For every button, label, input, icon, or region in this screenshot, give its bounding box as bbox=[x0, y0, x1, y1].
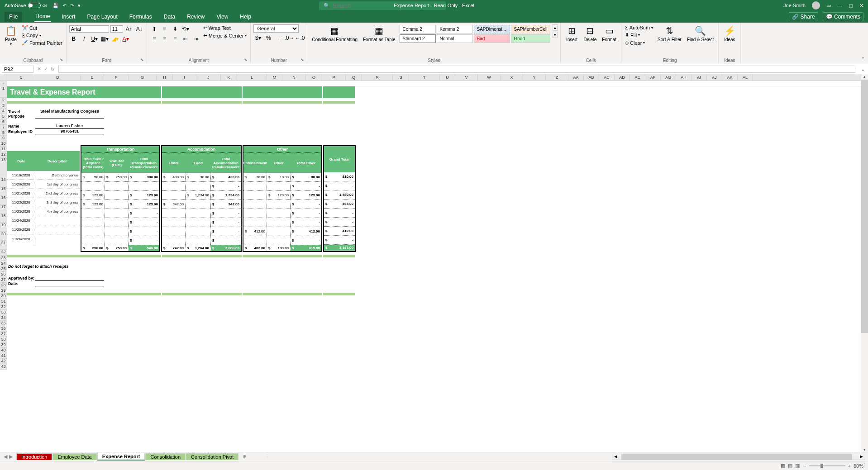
tab-help[interactable]: Help bbox=[239, 12, 252, 22]
column-header[interactable]: G bbox=[129, 74, 157, 81]
row-header[interactable]: 33 bbox=[0, 310, 7, 315]
column-header[interactable]: AB bbox=[584, 74, 599, 81]
column-header[interactable]: L bbox=[237, 74, 267, 81]
comments-button[interactable]: 💬 Comments bbox=[823, 12, 863, 21]
decrease-font-icon[interactable]: A↓ bbox=[135, 24, 144, 33]
minimize-icon[interactable]: — bbox=[837, 3, 842, 9]
chevron-down-icon[interactable]: ▾ bbox=[39, 33, 41, 38]
bold-button[interactable]: B bbox=[69, 34, 78, 43]
row-header[interactable]: 39 bbox=[0, 342, 7, 348]
row-header[interactable]: 36 bbox=[0, 326, 7, 332]
dialog-launcher-icon[interactable]: ⬊ bbox=[244, 57, 248, 62]
row-header[interactable]: 31 bbox=[0, 299, 7, 304]
column-header[interactable]: AD bbox=[615, 74, 630, 81]
scroll-down-icon[interactable]: ▾ bbox=[861, 447, 868, 452]
row-header[interactable]: 34 bbox=[0, 315, 7, 321]
cut-button[interactable]: ✂️Cut bbox=[21, 24, 63, 31]
select-all-button[interactable] bbox=[0, 74, 7, 81]
paste-button[interactable]: 📋Paste▾ bbox=[3, 24, 19, 47]
column-header[interactable]: AH bbox=[676, 74, 692, 81]
cell-style-good[interactable]: Good bbox=[511, 34, 551, 43]
row-header[interactable]: 43 bbox=[0, 364, 7, 370]
zoom-in-icon[interactable]: + bbox=[848, 463, 851, 469]
row-header[interactable]: 6 bbox=[0, 119, 7, 125]
close-icon[interactable]: ✕ bbox=[859, 3, 863, 9]
maximize-icon[interactable]: ▢ bbox=[849, 3, 853, 9]
row-header[interactable]: 30 bbox=[0, 294, 7, 299]
spreadsheet-grid[interactable]: CDEFGHIJKLMNOPQRSTUVWXYZAAABACADAEAFAGAH… bbox=[7, 74, 868, 452]
chevron-down-icon[interactable]: ▾ bbox=[10, 42, 12, 46]
find-select-button[interactable]: 🔍Find & Select bbox=[685, 24, 715, 43]
undo-icon[interactable]: ↶ bbox=[62, 3, 67, 9]
insert-cells-button[interactable]: ⊞Insert bbox=[563, 24, 580, 43]
row-header[interactable]: 4 bbox=[0, 109, 7, 114]
row-header[interactable]: 21 bbox=[0, 241, 7, 250]
row-header[interactable]: 35 bbox=[0, 321, 7, 326]
row-header[interactable]: 13 bbox=[0, 157, 7, 177]
cancel-formula-icon[interactable]: ✕ bbox=[37, 66, 41, 72]
align-middle-icon[interactable]: ≡ bbox=[160, 24, 169, 33]
sheet-tab-employee-data[interactable]: Employee Data bbox=[52, 453, 96, 460]
zoom-out-icon[interactable]: − bbox=[803, 463, 806, 469]
sheet-tab-consolidation[interactable]: Consolidation bbox=[145, 453, 186, 460]
redo-icon[interactable]: ↷ bbox=[70, 3, 74, 9]
page-layout-view-icon[interactable]: ▤ bbox=[788, 463, 792, 469]
comma-format-icon[interactable]: , bbox=[274, 33, 283, 43]
sheet-next-icon[interactable]: ▶ bbox=[9, 454, 13, 460]
cell-style-normal[interactable]: Normal bbox=[437, 34, 473, 43]
align-right-icon[interactable]: ≡ bbox=[171, 34, 180, 43]
column-header[interactable]: W bbox=[478, 74, 501, 81]
column-header[interactable]: AG bbox=[661, 74, 676, 81]
row-header[interactable]: 5 bbox=[0, 114, 7, 119]
column-header[interactable]: AJ bbox=[707, 74, 722, 81]
column-header[interactable]: U bbox=[440, 74, 455, 81]
row-header[interactable]: 32 bbox=[0, 304, 7, 310]
column-header[interactable]: N bbox=[282, 74, 306, 81]
row-header[interactable]: 18 bbox=[0, 214, 7, 223]
column-header[interactable]: AE bbox=[630, 74, 645, 81]
font-size-input[interactable] bbox=[110, 25, 123, 33]
row-header[interactable]: 1 bbox=[0, 86, 7, 98]
tab-page-layout[interactable]: Page Layout bbox=[86, 12, 118, 22]
outline-icon[interactable]: ▫ bbox=[3, 81, 4, 85]
enter-formula-icon[interactable]: ✓ bbox=[44, 66, 48, 72]
column-header[interactable]: AF bbox=[645, 74, 661, 81]
column-header[interactable]: Y bbox=[523, 74, 546, 81]
conditional-formatting-button[interactable]: ▦Conditional Formatting bbox=[310, 24, 359, 43]
row-header[interactable]: 7 bbox=[0, 125, 7, 130]
column-header[interactable]: Z bbox=[546, 74, 568, 81]
row-header[interactable]: 10 bbox=[0, 141, 7, 147]
column-header[interactable]: E bbox=[81, 74, 104, 81]
clear-button[interactable]: ◇Clear▾ bbox=[624, 39, 654, 46]
row-header[interactable]: 9 bbox=[0, 136, 7, 141]
row-header[interactable]: 20 bbox=[0, 232, 7, 241]
column-header[interactable]: O bbox=[306, 74, 322, 81]
zoom-slider[interactable] bbox=[809, 465, 845, 466]
tab-home[interactable]: Home bbox=[34, 11, 51, 22]
format-cells-button[interactable]: ▭Format bbox=[600, 24, 618, 43]
tab-insert[interactable]: Insert bbox=[61, 12, 76, 22]
sheet-tab-consolidation-pivot[interactable]: Consolidation Pivot bbox=[186, 453, 238, 460]
tab-review[interactable]: Review bbox=[186, 12, 205, 22]
tab-view[interactable]: View bbox=[216, 12, 229, 22]
row-header[interactable]: 37 bbox=[0, 332, 7, 337]
row-header[interactable]: 11 bbox=[0, 147, 7, 152]
toggle-icon[interactable] bbox=[28, 3, 41, 8]
column-header[interactable]: R bbox=[362, 74, 393, 81]
align-top-icon[interactable]: ⬆ bbox=[150, 24, 159, 33]
autosave-toggle[interactable]: AutoSave Off bbox=[5, 3, 47, 8]
column-header[interactable]: V bbox=[455, 74, 478, 81]
format-as-table-button[interactable]: ▦Format as Table bbox=[361, 24, 397, 43]
row-header[interactable]: 41 bbox=[0, 353, 7, 359]
sheet-tab-introduction[interactable]: Introduction bbox=[16, 453, 52, 460]
autosum-button[interactable]: ΣAutoSum▾ bbox=[624, 24, 654, 31]
fill-button[interactable]: ⬇Fill▾ bbox=[624, 32, 654, 38]
dialog-launcher-icon[interactable]: ⬊ bbox=[60, 57, 63, 62]
column-header[interactable]: AL bbox=[738, 74, 753, 81]
chevron-down-icon[interactable]: ▾ bbox=[245, 33, 247, 38]
row-header[interactable]: 23 bbox=[0, 256, 7, 261]
row-header[interactable]: 12 bbox=[0, 152, 7, 157]
cell-style-sap-dimension[interactable]: SAPDimensi... bbox=[474, 25, 510, 33]
column-header[interactable]: X bbox=[501, 74, 523, 81]
row-header[interactable]: 19 bbox=[0, 223, 7, 232]
